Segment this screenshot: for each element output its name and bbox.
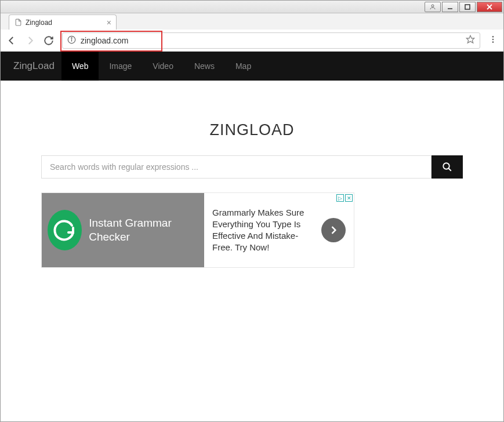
- grammarly-logo-icon: [48, 210, 82, 250]
- nav-item-news[interactable]: News: [184, 52, 225, 81]
- info-icon[interactable]: [67, 35, 76, 46]
- maximize-button[interactable]: [459, 2, 476, 12]
- ad-info-icon[interactable]: ▷: [336, 194, 344, 202]
- nav-item-web[interactable]: Web: [61, 52, 99, 81]
- url-text: zingload.com: [81, 36, 466, 45]
- search-icon: [442, 162, 452, 172]
- svg-point-7: [71, 37, 72, 38]
- ad-right: Grammarly Makes Sure Everything You Type…: [204, 193, 354, 267]
- tab-close-icon[interactable]: ×: [107, 18, 111, 27]
- svg-point-10: [492, 38, 494, 40]
- svg-point-0: [432, 5, 434, 7]
- svg-rect-2: [465, 5, 470, 9]
- bookmark-star-icon[interactable]: [466, 35, 475, 46]
- svg-point-9: [492, 36, 494, 38]
- svg-point-11: [492, 41, 494, 43]
- minimize-button[interactable]: [442, 2, 458, 12]
- menu-button[interactable]: [488, 35, 498, 46]
- ad-right-text: Grammarly Makes Sure Everything You Type…: [212, 207, 313, 254]
- url-bar[interactable]: zingload.com: [62, 32, 480, 49]
- site-logo[interactable]: ZingLoad: [6, 60, 61, 72]
- svg-line-13: [448, 168, 451, 171]
- tab-title: Zingload: [26, 19, 103, 27]
- nav-item-map[interactable]: Map: [225, 52, 262, 81]
- nav-item-video[interactable]: Video: [142, 52, 184, 81]
- ad-left: Instant Grammar Checker: [42, 193, 204, 267]
- search-input[interactable]: [41, 155, 432, 179]
- ad-box[interactable]: ▷ ✕ Instant Grammar Checker Grammarly Ma…: [41, 192, 354, 268]
- page-title: ZINGLOAD: [41, 121, 463, 139]
- window-titlebar: [1, 1, 503, 13]
- search-row: [41, 155, 463, 179]
- browser-tab[interactable]: Zingload ×: [9, 14, 117, 30]
- svg-point-12: [443, 163, 449, 169]
- tab-strip: Zingload ×: [1, 13, 503, 30]
- user-button[interactable]: [425, 2, 441, 12]
- page-icon: [14, 19, 22, 27]
- ad-left-text: Instant Grammar Checker: [89, 216, 196, 244]
- page-content[interactable]: ZingLoad Web Image Video News Map ZINGLO…: [1, 52, 503, 421]
- ad-marker[interactable]: ▷ ✕: [336, 194, 353, 202]
- nav-item-image[interactable]: Image: [99, 52, 142, 81]
- search-button[interactable]: [432, 155, 463, 179]
- forward-button[interactable]: [25, 35, 35, 46]
- browser-toolbar: zingload.com: [1, 30, 503, 52]
- svg-marker-8: [466, 35, 474, 43]
- site-navbar: ZingLoad Web Image Video News Map: [1, 52, 503, 81]
- close-button[interactable]: [477, 2, 502, 12]
- ad-close-icon[interactable]: ✕: [345, 194, 353, 202]
- back-button[interactable]: [6, 35, 17, 46]
- reload-button[interactable]: [43, 35, 54, 46]
- main-area: ZINGLOAD ▷ ✕ Instant Grammar Checker Gra…: [1, 81, 503, 421]
- chevron-right-icon: [328, 224, 339, 236]
- ad-arrow-button[interactable]: [321, 218, 346, 242]
